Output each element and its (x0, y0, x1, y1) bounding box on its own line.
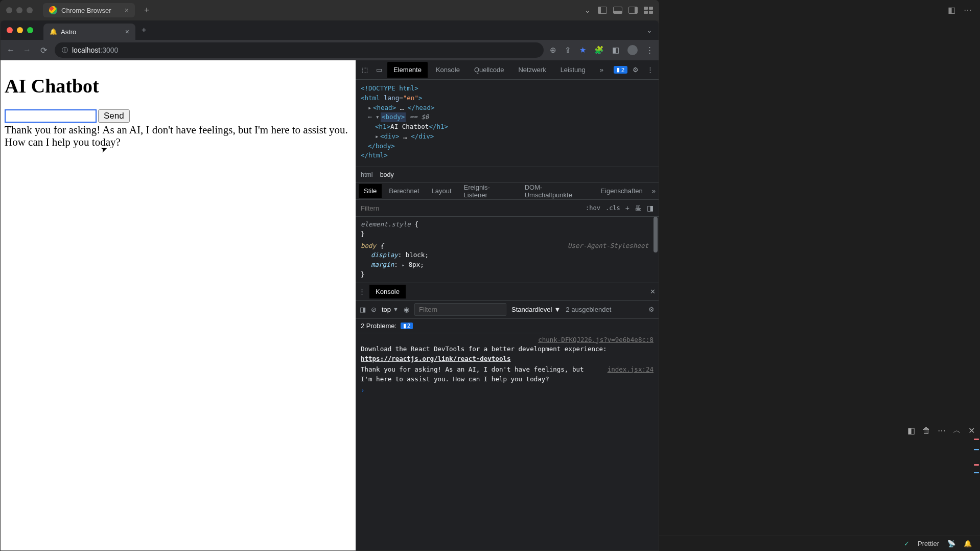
hov-toggle[interactable]: :hov (586, 204, 600, 212)
chevron-up-icon[interactable]: ︿ (953, 425, 961, 436)
issues-badge[interactable]: ▮ 2 (614, 66, 627, 74)
editor-split-icon[interactable]: ◧ (948, 5, 955, 15)
tabs-more-icon[interactable]: » (594, 62, 610, 78)
tab-console[interactable]: Konsole (430, 62, 466, 78)
console-prompt-icon[interactable]: › (361, 386, 654, 396)
console-level-selector[interactable]: Standardlevel ▼ (511, 306, 561, 313)
console-msg-2: Thank you for asking! As an AI, I don't … (361, 365, 597, 384)
url-host: localhost (72, 46, 100, 54)
layout-bottom-icon[interactable] (613, 7, 622, 14)
layout-grid-icon[interactable] (644, 7, 653, 14)
site-info-icon[interactable]: ⓘ (62, 46, 68, 55)
share-icon[interactable]: ⇪ (565, 45, 571, 55)
breadcrumb-html[interactable]: html (361, 171, 373, 178)
console-clear-icon[interactable]: ⊘ (371, 306, 377, 313)
inspect-element-icon[interactable]: ⬚ (359, 64, 371, 76)
panel-close-icon[interactable]: ✕ (968, 426, 975, 435)
layout-right-icon[interactable] (628, 7, 638, 14)
console-settings-icon[interactable]: ⚙ (648, 306, 655, 313)
reload-button[interactable]: ⟳ (38, 45, 49, 55)
live-expression-icon[interactable]: ◉ (404, 306, 409, 313)
send-button[interactable]: Send (98, 109, 130, 123)
console-problems-bar[interactable]: 2 Probleme: ▮ 2 (356, 319, 659, 333)
console-hidden-count: 2 ausgeblendet (566, 306, 611, 313)
chrome-tab[interactable]: 🔔 Astro × (43, 24, 135, 40)
forward-button: → (22, 45, 32, 55)
console-source-1[interactable]: chunk-DFKQJ226.js?v=9e6b4e8c:8 (361, 335, 654, 345)
elements-tree[interactable]: <!DOCTYPE html> <html lang="en"> ▸<head>… (356, 80, 659, 167)
styles-scrollbar[interactable] (652, 217, 659, 283)
outer-min-dot[interactable] (16, 7, 22, 13)
chrome-min-dot[interactable] (17, 27, 23, 33)
chrome-new-tab-button[interactable]: + (142, 26, 146, 35)
drawer-tab-console[interactable]: Konsole (369, 285, 406, 299)
console-filter-input[interactable] (414, 303, 506, 316)
prettier-status[interactable]: Prettier (918, 540, 939, 547)
styles-tab-layout[interactable]: Layout (427, 184, 457, 198)
address-bar[interactable]: ⓘ localhost:3000 (55, 42, 544, 58)
minimap-strip[interactable] (973, 40, 980, 525)
console-output[interactable]: chunk-DFKQJ226.js?v=9e6b4e8c:8 Download … (356, 333, 659, 551)
chrome-window: 🔔 Astro × + ⌄ ← → ⟳ ⓘ localhost:3000 ⊕ ⇪… (1, 20, 659, 550)
device-toggle-icon[interactable]: ▭ (373, 64, 385, 76)
styles-tabs: Stile Berechnet Layout Ereignis-Listener… (356, 182, 659, 199)
bell-icon[interactable]: 🔔 (964, 540, 972, 547)
live-server-icon[interactable]: 📡 (947, 540, 955, 547)
chrome-close-dot[interactable] (7, 27, 13, 33)
devtools-kebab-icon[interactable]: ⋮ (644, 64, 657, 76)
styles-filter-input[interactable] (361, 204, 580, 212)
prettier-check-icon[interactable]: ✓ (904, 540, 909, 547)
tab-performance[interactable]: Leistung (554, 62, 592, 78)
styles-tab-breakpoints[interactable]: DOM-Umschaltpunkte (520, 180, 594, 202)
outer-tab[interactable]: Chrome Browser × (43, 3, 135, 17)
problems-label: 2 Probleme: (361, 322, 396, 330)
tab-sources[interactable]: Quellcode (468, 62, 510, 78)
drawer-close-icon[interactable]: ✕ (650, 288, 656, 295)
outer-new-tab-button[interactable]: + (144, 5, 150, 16)
bookmark-star-icon[interactable]: ★ (579, 45, 586, 55)
tab-elements[interactable]: Elemente (387, 62, 428, 78)
styles-tab-styles[interactable]: Stile (359, 184, 382, 198)
outer-close-dot[interactable] (6, 7, 12, 13)
menu-kebab-icon[interactable]: ⋮ (646, 45, 654, 55)
cls-toggle[interactable]: .cls (605, 204, 620, 212)
chrome-tab-close-icon[interactable]: × (125, 28, 129, 36)
layout-left-icon[interactable] (598, 7, 607, 14)
profile-avatar-icon[interactable] (627, 45, 638, 55)
styles-rules[interactable]: element.style { } User-Agent-Stylesheet … (356, 217, 659, 283)
chrome-tablist-chevron-icon[interactable]: ⌄ (646, 26, 652, 34)
chat-input[interactable] (5, 109, 97, 123)
styles-filter-row: :hov .cls + 🖶 ◨ (356, 199, 659, 217)
styles-tabs-more-icon[interactable]: » (652, 187, 656, 195)
chat-form: Send (5, 109, 352, 123)
console-msg-1: Download the React DevTools for a better… (361, 345, 654, 364)
breadcrumb-body[interactable]: body (380, 171, 394, 178)
outer-chevron-down-icon[interactable]: ⌄ (585, 6, 591, 14)
panel-layout-icon[interactable]: ◧ (907, 426, 915, 435)
back-button[interactable]: ← (6, 45, 16, 55)
console-sidebar-icon[interactable]: ◨ (360, 306, 366, 313)
editor-kebab-icon[interactable]: ⋯ (964, 5, 972, 15)
outer-max-dot[interactable] (27, 7, 33, 13)
panel-more-icon[interactable]: ⋯ (938, 426, 946, 435)
styles-tab-properties[interactable]: Eigenschaften (595, 184, 647, 198)
new-style-rule-icon[interactable]: + (625, 204, 629, 212)
console-context-selector[interactable]: top ▼ (382, 306, 399, 313)
styles-panel-icon[interactable]: ◨ (647, 204, 654, 212)
console-source-2[interactable]: index.jsx:24 (597, 365, 654, 384)
extensions-icon[interactable]: 🧩 (594, 45, 604, 55)
devtools-settings-icon[interactable]: ⚙ (629, 64, 642, 76)
chrome-max-dot[interactable] (27, 27, 33, 33)
zoom-icon[interactable]: ⊕ (550, 45, 556, 55)
trash-icon[interactable]: 🗑 (922, 426, 930, 435)
drawer-handle-icon[interactable]: ⋮ (359, 288, 365, 295)
styles-print-icon[interactable]: 🖶 (635, 204, 642, 212)
outer-traffic-lights (6, 7, 33, 13)
styles-tab-listeners[interactable]: Ereignis-Listener (459, 180, 518, 202)
outer-tab-close-icon[interactable]: × (125, 6, 129, 14)
sidepanel-icon[interactable]: ◧ (612, 45, 619, 55)
tab-network[interactable]: Netzwerk (512, 62, 552, 78)
styles-tab-computed[interactable]: Berechnet (384, 184, 424, 198)
react-devtools-link[interactable]: https://reactjs.org/link/react-devtools (361, 355, 511, 362)
elements-breadcrumb: html body (356, 167, 659, 182)
